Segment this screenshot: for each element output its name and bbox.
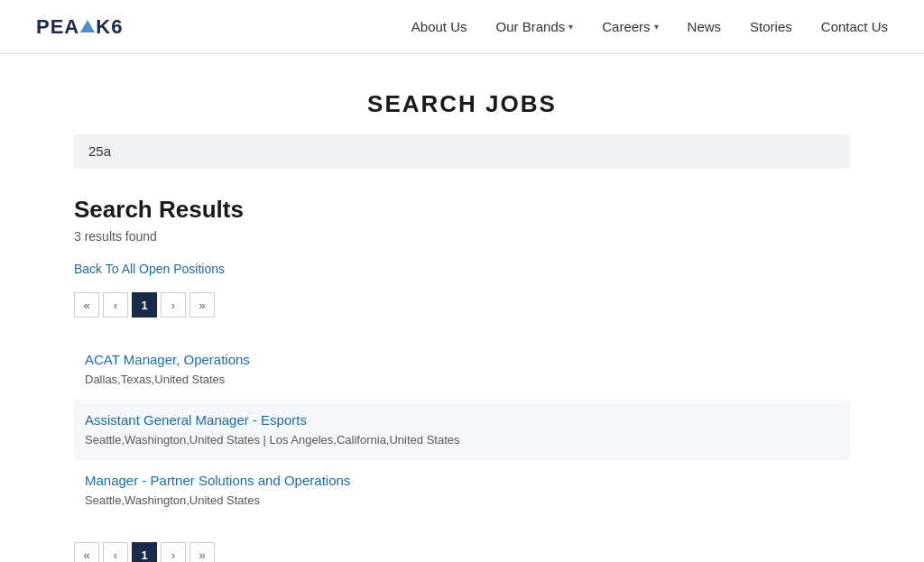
- nav-links: About Us Our Brands ▾ Careers ▾ News Sto…: [411, 19, 888, 35]
- table-row[interactable]: Assistant General Manager - Esports Seat…: [74, 400, 850, 460]
- pagination-bottom: « ‹ 1 › »: [74, 542, 850, 562]
- search-input[interactable]: [88, 143, 836, 159]
- nav-item-stories[interactable]: Stories: [750, 19, 792, 35]
- pagination-current-top[interactable]: 1: [132, 292, 157, 318]
- logo-text-before: PEA: [36, 15, 79, 39]
- pagination-last-top[interactable]: »: [189, 292, 215, 318]
- chevron-down-icon: ▾: [568, 22, 573, 32]
- nav-dropdown-brands[interactable]: Our Brands ▾: [496, 19, 574, 34]
- pagination-first-top[interactable]: «: [74, 292, 99, 318]
- main-content: SEARCH JOBS Search Results 3 results fou…: [56, 54, 868, 562]
- logo-text-after: K6: [96, 15, 123, 39]
- results-count: 3 results found: [74, 229, 850, 244]
- main-nav: PEAK6 About Us Our Brands ▾ Careers ▾ Ne…: [0, 0, 924, 54]
- nav-link-news[interactable]: News: [688, 19, 722, 34]
- logo[interactable]: PEAK6: [36, 15, 123, 39]
- chevron-down-icon-careers: ▾: [654, 22, 659, 32]
- job-title-1[interactable]: Assistant General Manager - Esports: [85, 412, 839, 428]
- job-title-2[interactable]: Manager - Partner Solutions and Operatio…: [85, 473, 839, 488]
- pagination-first-bottom[interactable]: «: [74, 542, 99, 562]
- job-location-2: Seattle,Washington,United States: [85, 493, 260, 507]
- pagination-top: « ‹ 1 › »: [74, 292, 850, 318]
- job-location-1: Seattle,Washington,United States | Los A…: [85, 433, 460, 447]
- nav-link-contact[interactable]: Contact Us: [821, 19, 888, 34]
- nav-link-brands-label: Our Brands: [496, 19, 566, 34]
- pagination-next-bottom[interactable]: ›: [161, 542, 186, 562]
- search-title: SEARCH JOBS: [74, 90, 850, 118]
- search-bar-wrapper: [74, 134, 850, 169]
- job-title-0[interactable]: ACAT Manager, Operations: [85, 352, 839, 367]
- table-row[interactable]: ACAT Manager, Operations Dallas,Texas,Un…: [74, 339, 850, 400]
- pagination-last-bottom[interactable]: »: [189, 542, 215, 562]
- nav-link-stories[interactable]: Stories: [750, 19, 792, 34]
- nav-item-brands[interactable]: Our Brands ▾: [496, 19, 574, 34]
- nav-item-careers[interactable]: Careers ▾: [602, 19, 658, 34]
- results-heading: Search Results: [74, 196, 850, 224]
- nav-dropdown-careers[interactable]: Careers ▾: [602, 19, 658, 34]
- nav-link-careers-label: Careers: [602, 19, 650, 34]
- back-to-all-link[interactable]: Back To All Open Positions: [74, 262, 850, 276]
- job-location-0: Dallas,Texas,United States: [85, 373, 225, 386]
- nav-item-contact[interactable]: Contact Us: [821, 19, 888, 35]
- pagination-current-bottom[interactable]: 1: [132, 542, 157, 562]
- nav-link-about[interactable]: About Us: [411, 19, 467, 34]
- pagination-next-top[interactable]: ›: [161, 292, 186, 318]
- table-row[interactable]: Manager - Partner Solutions and Operatio…: [74, 460, 850, 521]
- logo-triangle-icon: [80, 20, 95, 32]
- nav-item-about[interactable]: About Us: [411, 19, 467, 35]
- pagination-prev-bottom[interactable]: ‹: [103, 542, 128, 562]
- nav-item-news[interactable]: News: [688, 19, 722, 35]
- job-list: ACAT Manager, Operations Dallas,Texas,Un…: [74, 339, 850, 521]
- pagination-prev-top[interactable]: ‹: [103, 292, 128, 318]
